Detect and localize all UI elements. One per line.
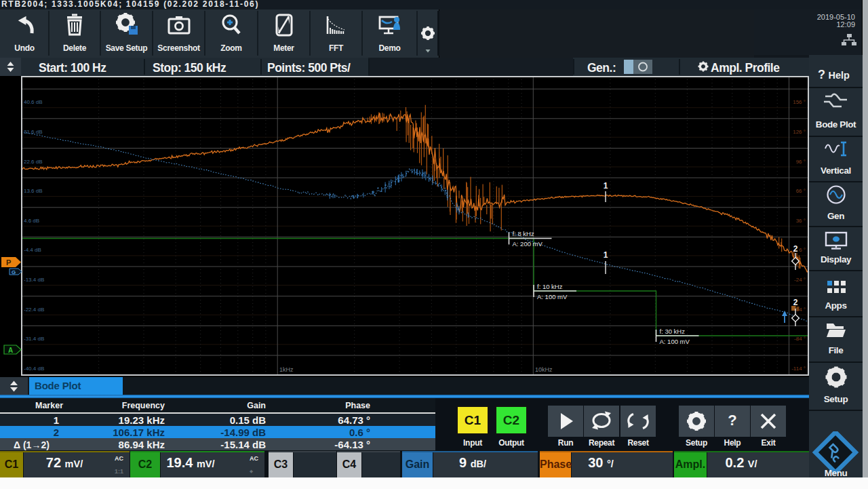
svg-text:126 °: 126 °	[793, 129, 806, 135]
svg-text:36 °: 36 °	[796, 218, 806, 224]
svg-text:f: 8 kHz: f: 8 kHz	[513, 230, 534, 237]
svg-text:22.6 dB: 22.6 dB	[24, 159, 43, 165]
svg-text:-24 °: -24 °	[794, 277, 806, 283]
svg-text:1kHz: 1kHz	[279, 366, 294, 373]
svg-text:1: 1	[604, 250, 608, 260]
svg-text:-13.4 dB: -13.4 dB	[24, 277, 44, 283]
svg-text:2: 2	[793, 244, 798, 254]
svg-text:A: 100 mV: A: 100 mV	[660, 338, 690, 345]
svg-text:A: 200 mV: A: 200 mV	[513, 240, 543, 248]
svg-text:6 °: 6 °	[799, 247, 806, 253]
svg-text:31.6 dB: 31.6 dB	[24, 129, 43, 135]
svg-text:-4.4 dB: -4.4 dB	[24, 247, 41, 253]
svg-text:4.6 dB: 4.6 dB	[24, 218, 39, 224]
svg-text:-22.4 dB: -22.4 dB	[24, 307, 44, 313]
svg-text:-84 °: -84 °	[794, 336, 806, 342]
svg-text:156 °: 156 °	[793, 99, 806, 105]
svg-text:A: A	[8, 347, 13, 354]
svg-text:A: 100 mV: A: 100 mV	[537, 293, 568, 300]
svg-text:-31.4 dB: -31.4 dB	[24, 336, 44, 342]
svg-text:96 °: 96 °	[796, 159, 806, 165]
svg-text:G: G	[12, 269, 16, 275]
svg-text:40.6 dB: 40.6 dB	[24, 99, 43, 105]
svg-text:2: 2	[793, 298, 798, 307]
svg-text:10kHz: 10kHz	[535, 366, 553, 373]
svg-text:1: 1	[604, 181, 608, 191]
svg-text:13.6 dB: 13.6 dB	[24, 188, 43, 194]
svg-text:66 °: 66 °	[796, 188, 806, 194]
svg-text:-40.4 dB: -40.4 dB	[24, 366, 44, 372]
svg-text:P: P	[6, 258, 11, 267]
svg-text:-114 °: -114 °	[791, 366, 806, 372]
svg-text:f: 10 kHz: f: 10 kHz	[537, 283, 563, 290]
svg-text:f: 30 kHz: f: 30 kHz	[660, 328, 686, 335]
